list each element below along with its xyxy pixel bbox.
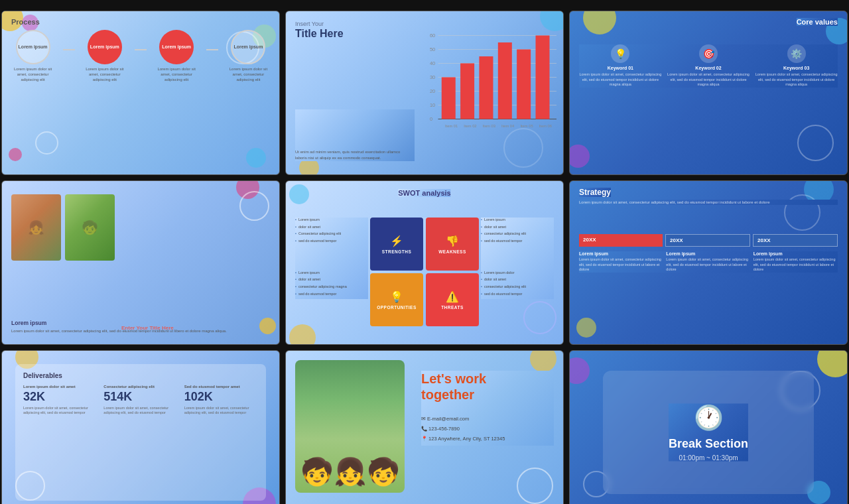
stat-number-2: 514K <box>103 390 177 404</box>
connector-3 <box>206 49 218 50</box>
slide-strategy[interactable]: Strategy Lorem ipsum dolor sit amet, con… <box>569 180 848 345</box>
weakness-label: WEAKNESS <box>438 249 466 254</box>
svg-text:Item 01: Item 01 <box>445 124 458 128</box>
contact-list: ✉ E-mail@email.com 📞 123-456-7890 📍 123 … <box>421 416 554 442</box>
stat-body-2: Lorem ipsum dolor sit amet, consectetur … <box>103 406 177 416</box>
stat-number-3: 102K <box>184 390 258 404</box>
swot-strengths: ⚡ STRENGTHS <box>370 218 423 271</box>
threats-icon: ⚠️ <box>446 290 459 303</box>
stat-label-3: Sed do eiusmod tempor amet <box>184 385 258 390</box>
stat-2: Consectetur adipiscing elit 514K Lorem i… <box>103 385 177 416</box>
stat-1: Lorem ipsum dolor sit amet 32K Lorem ips… <box>23 385 97 416</box>
swot-grid: ⚡ STRENGTHS 👎 WEAKNESS 💡 OPPORTUNITIES ⚠… <box>370 218 479 326</box>
kw-text-3: Lorem ipsum dolor sit amet, consectetur … <box>755 72 838 88</box>
svg-text:0: 0 <box>430 116 432 122</box>
strategy-col-1: Lorem ipsum Lorem ipsum dolor sit amet, … <box>579 251 663 273</box>
svg-rect-17 <box>498 42 512 119</box>
contact-text-side: Let's work together ✉ E-mail@email.com 📞… <box>421 371 554 446</box>
svg-text:30: 30 <box>430 74 435 80</box>
process-circles: Lorem ipsum Lorem ipsum dolor sit amet, … <box>11 30 270 82</box>
contact-photo: 🧒👧🧒 <box>295 360 405 493</box>
svg-rect-19 <box>536 36 550 119</box>
chart-desc: Ut enim ad minim veniam, quis nostrud ex… <box>295 109 415 161</box>
col-title-2: Lorem ipsum <box>666 251 750 256</box>
circle-text-1: Lorem ipsum dolor sit amet, consectetur … <box>13 67 53 82</box>
col-title-1: Lorem ipsum <box>579 251 663 256</box>
stat-label-2: Consectetur adipiscing elit <box>103 385 177 390</box>
kw-label-1: Keyword 01 <box>608 66 633 70</box>
lorem-section: Lorem ipsum Lorem ipsum dolor sit amet, … <box>11 233 270 334</box>
svg-text:Item 04: Item 04 <box>501 124 515 128</box>
kw-text-2: Lorem ipsum dolor sit amet, consectetur … <box>667 72 750 88</box>
slide-chart[interactable]: Insert Your Title Here Ut enim ad minim … <box>285 11 564 175</box>
svg-text:10: 10 <box>430 102 435 108</box>
stat-body-1: Lorem ipsum dolor sit amet, consectetur … <box>23 406 97 416</box>
email-icon: ✉ <box>421 416 427 422</box>
circle-text-3: Lorem ipsum dolor sit amet, consectetur … <box>157 67 196 82</box>
stat-number-1: 32K <box>23 390 97 404</box>
process-item-2: Lorem ipsum Lorem ipsum dolor sit amet, … <box>85 30 125 82</box>
year-2: 20XX <box>665 234 750 247</box>
swot-list-right: •Lorem ipsum •dolor sit amet •consectetu… <box>481 218 554 299</box>
kw-label-3: Keyword 03 <box>783 66 809 70</box>
slide-grid: Process Lorem ipsum Lorem ipsum dolor si… <box>0 0 849 504</box>
chart-title: Title Here <box>295 27 344 40</box>
stat-body-3: Lorem ipsum dolor sit amet, consectetur … <box>184 406 258 416</box>
swot-title: SWOT analysis <box>398 189 450 197</box>
contact-phone: 📞 123-456-7890 <box>421 426 554 432</box>
break-center: 🕐 Break Section 01:00pm ~ 01:30pm <box>669 404 748 462</box>
slide-images-text[interactable]: 👧 🧒 Enter Your Title Here Lorem ipsum Lo… <box>1 180 280 345</box>
svg-text:20: 20 <box>430 88 435 94</box>
slide-swot[interactable]: SWOT analysis •Lorem ipsum •dolor sit am… <box>285 180 564 345</box>
connector-2 <box>135 49 147 50</box>
contact-email: ✉ E-mail@email.com <box>421 416 554 422</box>
svg-text:Item 02: Item 02 <box>464 124 476 128</box>
kw-icon-3: ⚙️ <box>787 44 806 63</box>
deliverables-title: Deliverables <box>23 372 258 379</box>
svg-text:Item 05: Item 05 <box>520 124 533 128</box>
year-3: 20XX <box>753 234 838 247</box>
break-title: Break Section <box>669 437 748 451</box>
lorem-title: Lorem ipsum <box>11 320 270 326</box>
slide-contact[interactable]: 🧒👧🧒 Let's work together ✉ E-mail@email.c… <box>285 350 564 504</box>
lets-work-line1: Let's work <box>421 371 554 387</box>
phone-icon: 📞 <box>421 426 428 432</box>
keywords-row: 💡 Keyword 01 Lorem ipsum dolor sit amet,… <box>579 44 838 88</box>
contact-address: 📍 123 Anywhere, Any City, ST 12345 <box>421 436 554 442</box>
slide-deliverables[interactable]: Deliverables Lorem ipsum dolor sit amet … <box>1 350 280 504</box>
svg-text:Item 03: Item 03 <box>483 124 495 128</box>
address-icon: 📍 <box>421 436 428 442</box>
slide-core-values[interactable]: Core values 💡 Keyword 01 Lorem ipsum dol… <box>569 11 848 175</box>
strengths-label: STRENGTHS <box>382 249 412 254</box>
year-1: 20XX <box>579 234 663 247</box>
strategy-col-3: Lorem ipsum Lorem ipsum dolor sit amet, … <box>753 251 838 273</box>
svg-rect-16 <box>479 56 493 119</box>
threats-label: THREATS <box>441 305 464 310</box>
strategy-col-2: Lorem ipsum Lorem ipsum dolor sit amet, … <box>666 251 750 273</box>
slide-break[interactable]: 🕐 Break Section 01:00pm ~ 01:30pm <box>569 350 848 504</box>
circle-2: Lorem ipsum <box>88 30 122 64</box>
break-time: 01:00pm ~ 01:30pm <box>669 454 748 462</box>
connector-1 <box>63 49 75 50</box>
circle-text-2: Lorem ipsum dolor sit amet, consectetur … <box>85 67 125 82</box>
kw-label-2: Keyword 02 <box>695 66 721 70</box>
stat-label-1: Lorem ipsum dolor sit amet <box>23 385 97 390</box>
keyword-2: 🎯 Keyword 02 Lorem ipsum dolor sit amet,… <box>667 44 750 88</box>
opportunities-icon: 💡 <box>390 290 403 303</box>
deliverables-card: Deliverables Lorem ipsum dolor sit amet … <box>15 364 266 501</box>
slide-process[interactable]: Process Lorem ipsum Lorem ipsum dolor si… <box>1 11 280 175</box>
keyword-1: 💡 Keyword 01 Lorem ipsum dolor sit amet,… <box>579 44 662 88</box>
col-text-1: Lorem ipsum dolor sit amet, consectetur … <box>579 257 663 273</box>
kw-icon-2: 🎯 <box>699 44 718 63</box>
strengths-icon: ⚡ <box>390 235 403 247</box>
stat-3: Sed do eiusmod tempor amet 102K Lorem ip… <box>184 385 258 416</box>
svg-rect-18 <box>517 50 531 119</box>
strategy-title: Strategy <box>579 188 611 197</box>
svg-text:50: 50 <box>430 46 435 52</box>
svg-text:40: 40 <box>430 60 435 66</box>
circle-text-4: Lorem ipsum dolor sit amet, consectetur … <box>228 67 268 82</box>
core-values-title: Core values <box>797 18 838 26</box>
svg-rect-14 <box>442 78 456 119</box>
strategy-columns: Lorem ipsum Lorem ipsum dolor sit amet, … <box>579 251 838 273</box>
circle-1: Lorem ipsum <box>16 30 50 64</box>
